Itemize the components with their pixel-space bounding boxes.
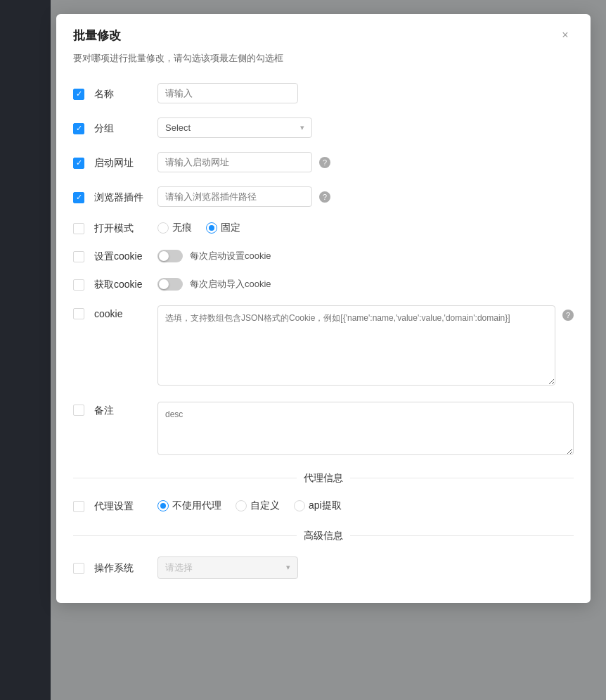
set-cookie-row: 设置cookie 每次启动设置cookie — [73, 242, 574, 270]
open-mode-option-fixed[interactable]: 固定 — [206, 222, 240, 234]
name-label: 名称 — [94, 88, 114, 99]
advanced-line-right — [350, 535, 574, 536]
advanced-section-title: 高级信息 — [304, 530, 343, 542]
cookie-row: cookie ? — [73, 298, 574, 395]
proxy-setting-radio-group: 不使用代理 自定义 api提取 — [157, 499, 342, 512]
open-mode-radio-group: 无痕 固定 — [157, 222, 240, 234]
remark-row: 备注 — [73, 395, 574, 462]
name-checkbox[interactable] — [73, 89, 84, 100]
radio-wuhen-outer — [157, 222, 169, 234]
start-url-row: 启动网址 ? — [73, 145, 574, 179]
set-cookie-label: 设置cookie — [94, 250, 142, 262]
modal-close-button[interactable]: × — [557, 27, 574, 44]
get-cookie-row: 获取cookie 每次启动导入cookie — [73, 270, 574, 298]
radio-proxy-none-label: 不使用代理 — [172, 499, 221, 512]
form-body: 名称 分组 Select ▾ — [56, 76, 591, 586]
name-input[interactable] — [157, 83, 298, 103]
radio-proxy-custom-label: 自定义 — [250, 499, 280, 512]
radio-fixed-label: 固定 — [221, 222, 240, 234]
browser-plugin-help-icon[interactable]: ? — [319, 191, 330, 203]
get-cookie-toggle[interactable] — [157, 278, 183, 291]
browser-plugin-checkbox[interactable] — [73, 192, 84, 203]
set-cookie-toggle-knob — [159, 251, 169, 261]
browser-plugin-label: 浏览器插件 — [94, 191, 143, 203]
cookie-checkbox[interactable] — [73, 308, 84, 319]
get-cookie-checkbox[interactable] — [73, 279, 84, 291]
advanced-line-left — [73, 535, 297, 536]
proxy-section-divider: 代理信息 — [73, 472, 574, 485]
radio-proxy-custom-outer — [236, 500, 247, 511]
proxy-setting-checkbox[interactable] — [73, 501, 84, 512]
get-cookie-toggle-label: 每次启动导入cookie — [190, 278, 271, 291]
group-label: 分组 — [94, 122, 114, 134]
set-cookie-toggle[interactable] — [157, 250, 183, 262]
open-mode-option-wuhen[interactable]: 无痕 — [157, 222, 192, 234]
proxy-option-custom[interactable]: 自定义 — [236, 499, 280, 512]
remark-label: 备注 — [94, 405, 114, 416]
group-select-value: Select — [165, 122, 191, 133]
proxy-line-right — [350, 478, 574, 478]
remark-checkbox[interactable] — [73, 405, 84, 416]
get-cookie-label: 获取cookie — [94, 279, 142, 290]
name-row: 名称 — [73, 76, 574, 110]
os-checkbox[interactable] — [73, 563, 84, 574]
group-row: 分组 Select ▾ — [73, 110, 574, 145]
set-cookie-checkbox[interactable] — [73, 251, 84, 262]
os-row: 操作系统 请选择 ▾ — [73, 549, 574, 586]
radio-proxy-none-inner — [160, 503, 166, 509]
chevron-down-icon: ▾ — [300, 123, 304, 132]
radio-proxy-none-outer — [157, 500, 169, 511]
os-label: 操作系统 — [94, 562, 134, 573]
modal-header: 批量修改 × — [56, 14, 591, 52]
start-url-label: 启动网址 — [94, 157, 134, 168]
open-mode-checkbox[interactable] — [73, 223, 84, 234]
cookie-label: cookie — [94, 308, 122, 319]
radio-wuhen-label: 无痕 — [172, 222, 192, 234]
proxy-line-left — [73, 478, 297, 478]
browser-plugin-row: 浏览器插件 ? — [73, 179, 574, 214]
browser-plugin-input[interactable] — [157, 186, 312, 207]
group-select[interactable]: Select ▾ — [157, 117, 312, 138]
start-url-checkbox[interactable] — [73, 158, 84, 169]
radio-fixed-inner — [209, 225, 214, 231]
open-mode-label: 打开模式 — [94, 222, 134, 234]
radio-proxy-api-label: api提取 — [309, 499, 342, 512]
batch-edit-modal: 批量修改 × 要对哪项进行批量修改，请勾选该项最左侧的勾选框 名称 分组 — [56, 14, 591, 603]
proxy-section-title: 代理信息 — [304, 472, 343, 485]
remark-textarea[interactable] — [157, 402, 574, 455]
proxy-setting-row: 代理设置 不使用代理 自定义 api提 — [73, 492, 574, 520]
modal-subtitle: 要对哪项进行批量修改，请勾选该项最左侧的勾选框 — [56, 52, 591, 76]
os-select-value: 请选择 — [165, 561, 193, 574]
proxy-setting-label: 代理设置 — [94, 500, 134, 511]
start-url-input[interactable] — [157, 152, 312, 172]
set-cookie-toggle-label: 每次启动设置cookie — [190, 250, 271, 262]
modal-title: 批量修改 — [73, 27, 121, 44]
group-checkbox[interactable] — [73, 123, 84, 134]
advanced-section-divider: 高级信息 — [73, 530, 574, 542]
cookie-help-icon[interactable]: ? — [562, 310, 574, 321]
get-cookie-toggle-knob — [159, 279, 169, 289]
radio-fixed-outer — [206, 222, 217, 234]
cookie-textarea-wrapper — [157, 305, 555, 388]
os-chevron-down-icon: ▾ — [286, 563, 290, 572]
open-mode-row: 打开模式 无痕 固定 — [73, 214, 574, 242]
start-url-help-icon[interactable]: ? — [319, 157, 330, 168]
cookie-textarea[interactable] — [157, 305, 555, 386]
proxy-option-none[interactable]: 不使用代理 — [157, 499, 221, 512]
radio-proxy-api-outer — [294, 500, 305, 511]
proxy-option-api[interactable]: api提取 — [294, 499, 342, 512]
os-select[interactable]: 请选择 ▾ — [157, 556, 298, 579]
